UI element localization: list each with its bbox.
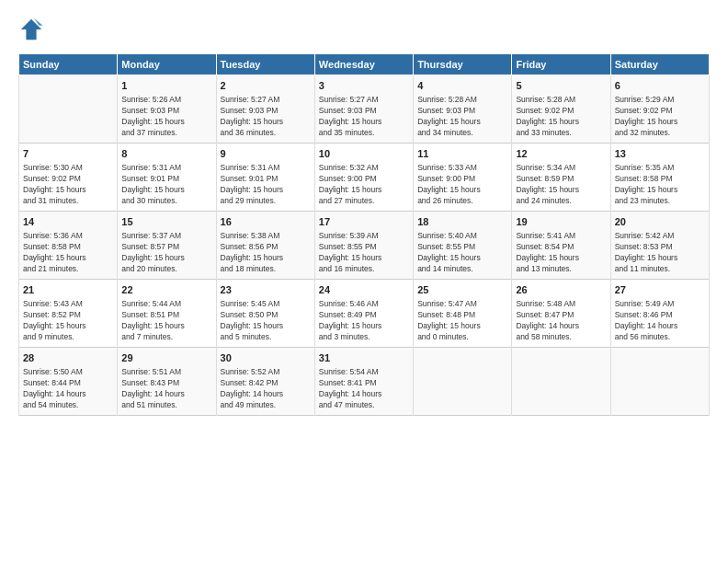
day-content: Sunrise: 5:26 AM Sunset: 9:03 PM Dayligh… <box>121 95 211 139</box>
day-content: Sunrise: 5:39 AM Sunset: 8:55 PM Dayligh… <box>319 231 409 275</box>
calendar-cell: 3Sunrise: 5:27 AM Sunset: 9:03 PM Daylig… <box>314 75 413 144</box>
calendar-cell: 4Sunrise: 5:28 AM Sunset: 9:03 PM Daylig… <box>414 75 512 144</box>
day-content: Sunrise: 5:35 AM Sunset: 8:58 PM Dayligh… <box>615 163 705 207</box>
day-number: 20 <box>615 215 705 229</box>
calendar-cell <box>610 347 709 415</box>
day-number: 28 <box>23 351 113 365</box>
calendar-cell: 13Sunrise: 5:35 AM Sunset: 8:58 PM Dayli… <box>610 143 709 211</box>
day-number: 18 <box>417 215 507 229</box>
day-number: 7 <box>23 147 113 161</box>
calendar-cell: 1Sunrise: 5:26 AM Sunset: 9:03 PM Daylig… <box>118 75 216 144</box>
day-number: 26 <box>516 283 606 297</box>
day-number: 17 <box>319 215 409 229</box>
day-number: 1 <box>121 79 211 93</box>
calendar-cell: 9Sunrise: 5:31 AM Sunset: 9:01 PM Daylig… <box>216 143 314 211</box>
day-number: 30 <box>221 351 311 365</box>
calendar-cell: 25Sunrise: 5:47 AM Sunset: 8:48 PM Dayli… <box>414 279 512 347</box>
calendar-cell: 6Sunrise: 5:29 AM Sunset: 9:02 PM Daylig… <box>610 75 709 144</box>
calendar-cell: 17Sunrise: 5:39 AM Sunset: 8:55 PM Dayli… <box>314 211 413 279</box>
day-content: Sunrise: 5:27 AM Sunset: 9:03 PM Dayligh… <box>319 95 409 139</box>
day-number: 4 <box>417 79 507 93</box>
calendar-header: SundayMondayTuesdayWednesdayThursdayFrid… <box>19 54 710 75</box>
calendar-cell: 2Sunrise: 5:27 AM Sunset: 9:03 PM Daylig… <box>216 75 314 144</box>
calendar-cell: 7Sunrise: 5:30 AM Sunset: 9:02 PM Daylig… <box>19 143 118 211</box>
day-number: 8 <box>121 147 211 161</box>
page: SundayMondayTuesdayWednesdayThursdayFrid… <box>0 0 728 425</box>
day-content: Sunrise: 5:31 AM Sunset: 9:01 PM Dayligh… <box>221 163 311 207</box>
day-content: Sunrise: 5:32 AM Sunset: 9:00 PM Dayligh… <box>319 163 409 207</box>
calendar-cell: 15Sunrise: 5:37 AM Sunset: 8:57 PM Dayli… <box>118 211 216 279</box>
calendar-cell: 8Sunrise: 5:31 AM Sunset: 9:01 PM Daylig… <box>118 143 216 211</box>
header-cell-wednesday: Wednesday <box>314 54 413 75</box>
logo <box>18 17 48 42</box>
day-content: Sunrise: 5:48 AM Sunset: 8:47 PM Dayligh… <box>516 299 606 343</box>
calendar-cell: 31Sunrise: 5:54 AM Sunset: 8:41 PM Dayli… <box>314 347 413 415</box>
calendar-cell <box>414 347 512 415</box>
day-content: Sunrise: 5:31 AM Sunset: 9:01 PM Dayligh… <box>121 163 211 207</box>
logo-icon <box>18 17 44 42</box>
calendar-cell: 14Sunrise: 5:36 AM Sunset: 8:58 PM Dayli… <box>19 211 118 279</box>
day-content: Sunrise: 5:54 AM Sunset: 8:41 PM Dayligh… <box>319 367 409 411</box>
calendar-cell: 24Sunrise: 5:46 AM Sunset: 8:49 PM Dayli… <box>314 279 413 347</box>
calendar-cell: 28Sunrise: 5:50 AM Sunset: 8:44 PM Dayli… <box>19 347 118 415</box>
calendar-cell: 11Sunrise: 5:33 AM Sunset: 9:00 PM Dayli… <box>414 143 512 211</box>
day-content: Sunrise: 5:41 AM Sunset: 8:54 PM Dayligh… <box>516 231 606 275</box>
calendar-cell: 27Sunrise: 5:49 AM Sunset: 8:46 PM Dayli… <box>610 279 709 347</box>
day-number: 15 <box>121 215 211 229</box>
calendar-cell <box>19 75 118 144</box>
day-number: 14 <box>23 215 113 229</box>
day-number: 27 <box>615 283 705 297</box>
day-content: Sunrise: 5:27 AM Sunset: 9:03 PM Dayligh… <box>221 95 311 139</box>
day-content: Sunrise: 5:43 AM Sunset: 8:52 PM Dayligh… <box>23 299 113 343</box>
day-content: Sunrise: 5:33 AM Sunset: 9:00 PM Dayligh… <box>417 163 507 207</box>
day-content: Sunrise: 5:50 AM Sunset: 8:44 PM Dayligh… <box>23 367 113 411</box>
day-number: 10 <box>319 147 409 161</box>
header-cell-monday: Monday <box>118 54 216 75</box>
day-number: 12 <box>516 147 606 161</box>
day-number: 16 <box>221 215 311 229</box>
calendar-cell: 12Sunrise: 5:34 AM Sunset: 8:59 PM Dayli… <box>512 143 610 211</box>
calendar-cell <box>512 347 610 415</box>
day-content: Sunrise: 5:37 AM Sunset: 8:57 PM Dayligh… <box>121 231 211 275</box>
header-cell-friday: Friday <box>512 54 610 75</box>
day-number: 6 <box>615 79 705 93</box>
week-row-0: 1Sunrise: 5:26 AM Sunset: 9:03 PM Daylig… <box>19 75 710 144</box>
day-number: 24 <box>319 283 409 297</box>
header <box>18 17 710 42</box>
day-number: 13 <box>615 147 705 161</box>
calendar-cell: 29Sunrise: 5:51 AM Sunset: 8:43 PM Dayli… <box>118 347 216 415</box>
header-cell-tuesday: Tuesday <box>216 54 314 75</box>
day-number: 3 <box>319 79 409 93</box>
day-number: 31 <box>319 351 409 365</box>
day-content: Sunrise: 5:52 AM Sunset: 8:42 PM Dayligh… <box>221 367 311 411</box>
day-number: 23 <box>221 283 311 297</box>
calendar-cell: 19Sunrise: 5:41 AM Sunset: 8:54 PM Dayli… <box>512 211 610 279</box>
day-number: 22 <box>121 283 211 297</box>
calendar-body: 1Sunrise: 5:26 AM Sunset: 9:03 PM Daylig… <box>19 75 710 416</box>
day-content: Sunrise: 5:40 AM Sunset: 8:55 PM Dayligh… <box>417 231 507 275</box>
calendar-cell: 30Sunrise: 5:52 AM Sunset: 8:42 PM Dayli… <box>216 347 314 415</box>
header-cell-thursday: Thursday <box>414 54 512 75</box>
day-number: 9 <box>221 147 311 161</box>
day-content: Sunrise: 5:28 AM Sunset: 9:02 PM Dayligh… <box>516 95 606 139</box>
day-content: Sunrise: 5:51 AM Sunset: 8:43 PM Dayligh… <box>121 367 211 411</box>
day-content: Sunrise: 5:28 AM Sunset: 9:03 PM Dayligh… <box>417 95 507 139</box>
day-content: Sunrise: 5:45 AM Sunset: 8:50 PM Dayligh… <box>221 299 311 343</box>
day-number: 2 <box>221 79 311 93</box>
calendar-cell: 21Sunrise: 5:43 AM Sunset: 8:52 PM Dayli… <box>19 279 118 347</box>
day-number: 19 <box>516 215 606 229</box>
day-content: Sunrise: 5:49 AM Sunset: 8:46 PM Dayligh… <box>615 299 705 343</box>
calendar-cell: 26Sunrise: 5:48 AM Sunset: 8:47 PM Dayli… <box>512 279 610 347</box>
day-number: 11 <box>417 147 507 161</box>
week-row-2: 14Sunrise: 5:36 AM Sunset: 8:58 PM Dayli… <box>19 211 710 279</box>
calendar-cell: 5Sunrise: 5:28 AM Sunset: 9:02 PM Daylig… <box>512 75 610 144</box>
week-row-3: 21Sunrise: 5:43 AM Sunset: 8:52 PM Dayli… <box>19 279 710 347</box>
day-content: Sunrise: 5:30 AM Sunset: 9:02 PM Dayligh… <box>23 163 113 207</box>
calendar-cell: 16Sunrise: 5:38 AM Sunset: 8:56 PM Dayli… <box>216 211 314 279</box>
header-cell-sunday: Sunday <box>19 54 118 75</box>
day-content: Sunrise: 5:36 AM Sunset: 8:58 PM Dayligh… <box>23 231 113 275</box>
day-content: Sunrise: 5:38 AM Sunset: 8:56 PM Dayligh… <box>221 231 311 275</box>
week-row-4: 28Sunrise: 5:50 AM Sunset: 8:44 PM Dayli… <box>19 347 710 415</box>
day-number: 29 <box>121 351 211 365</box>
calendar-cell: 18Sunrise: 5:40 AM Sunset: 8:55 PM Dayli… <box>414 211 512 279</box>
